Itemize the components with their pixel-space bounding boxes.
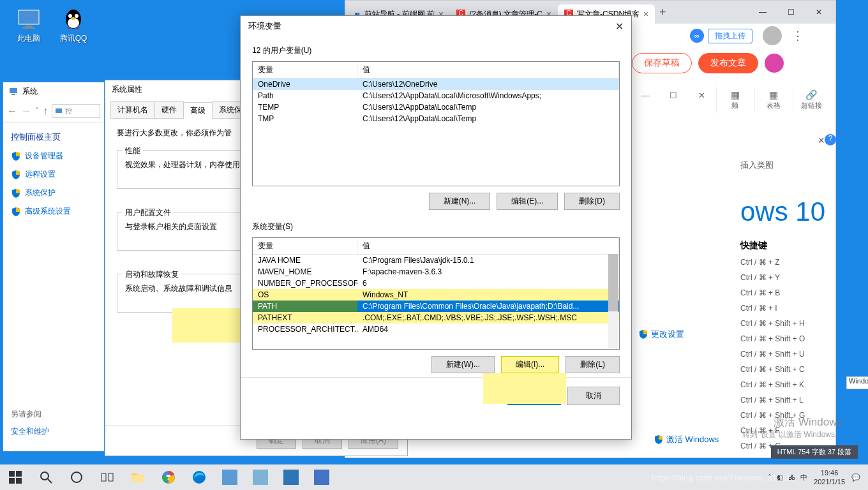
user-delete-button[interactable]: 删除(D)	[564, 193, 620, 210]
shortcut-item: Ctrl / ⌘ + Shift + O	[740, 334, 855, 343]
address-bar[interactable]: 控	[52, 104, 100, 118]
sub-maximize-icon[interactable]: ☐	[660, 87, 687, 105]
help-icon[interactable]: ?	[825, 134, 836, 145]
publish-button[interactable]: 发布文章	[698, 53, 758, 73]
table-row[interactable]: NUMBER_OF_PROCESSORS6	[253, 278, 619, 289]
sys-new-button[interactable]: 新建(W)...	[431, 356, 495, 373]
sub-minimize-icon[interactable]: —	[632, 87, 659, 105]
tray-ime-icon[interactable]: 中	[800, 473, 807, 482]
chrome-icon[interactable]	[153, 464, 184, 490]
table-row[interactable]: OneDriveC:\Users\12\OneDrive	[253, 78, 619, 90]
history-icon[interactable]: ˅	[35, 107, 39, 115]
svg-rect-18	[101, 473, 106, 481]
security-maintenance-link[interactable]: 安全和维护	[11, 426, 49, 437]
app-icon-2[interactable]	[245, 464, 276, 490]
minimize-icon[interactable]: —	[749, 3, 777, 22]
csdn-avatar-icon[interactable]	[765, 54, 784, 73]
tab-computer-name[interactable]: 计算机名	[110, 101, 155, 118]
svg-rect-1	[25, 26, 33, 27]
cp-link[interactable]: 系统保护	[3, 184, 104, 202]
shortcut-item: Ctrl / ⌘ + Shift + K	[740, 380, 855, 389]
table-row[interactable]: JAVA HOMEC:\Program Files\Java\jdk-15.0.…	[253, 255, 619, 266]
up-icon[interactable]: ↑	[43, 105, 48, 117]
tool-video[interactable]: ▦频	[716, 87, 753, 113]
shortcut-item: Ctrl / ⌘ + Z	[740, 258, 855, 267]
svg-rect-8	[10, 88, 17, 93]
table-row[interactable]: OSWindows_NT	[253, 289, 619, 301]
qq-icon[interactable]	[61, 6, 86, 32]
svg-point-7	[71, 17, 75, 20]
new-tab-button[interactable]: +	[655, 6, 670, 19]
clock[interactable]: 19:46 2021/1/15	[814, 468, 845, 487]
thispc-icon[interactable]	[16, 6, 41, 32]
user-new-button[interactable]: 新建(N)...	[429, 193, 491, 210]
svg-line-16	[48, 479, 52, 483]
sys-edit-button[interactable]: 编辑(I)...	[501, 356, 559, 373]
cortana-icon[interactable]	[61, 464, 92, 490]
svg-rect-12	[16, 471, 22, 477]
close-icon[interactable]: ×	[643, 9, 648, 19]
env-title: 环境变量	[248, 20, 281, 32]
change-settings-link[interactable]: 更改设置	[638, 329, 684, 340]
window-peek[interactable]: Window	[846, 376, 868, 389]
app-icon-3[interactable]	[276, 464, 306, 490]
svg-point-5	[68, 14, 72, 18]
qq-label: 腾讯QQ	[60, 34, 87, 43]
scrollbar[interactable]	[608, 254, 618, 348]
table-row[interactable]: PROCESSOR_ARCHITECT...AMD64	[253, 323, 619, 335]
back-icon[interactable]: ←	[7, 105, 17, 117]
app-icon-4[interactable]	[306, 464, 337, 490]
windows10-text: ows 10	[740, 197, 855, 227]
notifications-icon[interactable]: 💬	[851, 473, 860, 482]
insert-diagram-label: 插入类图	[740, 160, 855, 171]
forward-icon: →	[21, 105, 31, 117]
sub-close-icon[interactable]: ✕	[688, 87, 715, 105]
table-row[interactable]: TEMPC:\Users\12\AppData\Local\Temp	[253, 101, 619, 113]
explorer-icon[interactable]	[123, 464, 153, 490]
close-icon[interactable]: ✕	[805, 3, 833, 22]
editor-status-bar: HTML 754 字数 37 段落	[771, 445, 858, 459]
tab-hardware[interactable]: 硬件	[154, 101, 184, 118]
close-icon[interactable]: ✕	[615, 20, 624, 33]
svg-rect-10	[56, 108, 62, 113]
svg-rect-19	[108, 473, 113, 481]
baidu-upload-button[interactable]: 拖拽上传	[708, 29, 752, 43]
control-panel-home[interactable]: 控制面板主页	[3, 122, 104, 147]
table-row[interactable]: MAVEN_HOMEF:\apache-maven-3.6.3	[253, 266, 619, 278]
activation-watermark: 激活 Windows 转到"设置"以激活 Windows。	[742, 415, 842, 440]
shortcut-item: Ctrl / ⌘ + Shift + H	[740, 319, 855, 328]
start-button[interactable]	[0, 464, 31, 490]
svg-rect-13	[9, 478, 15, 484]
baidu-cloud-icon[interactable]: ∞	[690, 29, 704, 43]
taskview-icon[interactable]	[92, 464, 123, 490]
save-draft-button[interactable]: 保存草稿	[632, 53, 692, 73]
sys-delete-button[interactable]: 删除(L)	[565, 356, 620, 373]
activate-windows-link[interactable]: 激活 Windows	[654, 434, 719, 445]
env-cancel-button[interactable]: 取消	[567, 387, 620, 405]
cp-link[interactable]: 设备管理器	[3, 147, 104, 165]
svg-rect-20	[131, 475, 144, 482]
panel-close-icon[interactable]: ×	[818, 134, 825, 147]
tool-link[interactable]: 🔗超链接	[793, 87, 830, 113]
shortcuts-heading: 快捷键	[740, 240, 855, 251]
table-row[interactable]: TMPC:\Users\12\AppData\Local\Temp	[253, 113, 619, 124]
user-edit-button[interactable]: 编辑(E)...	[497, 193, 558, 210]
sys-vars-table[interactable]: 变量值 JAVA HOMEC:\Program Files\Java\jdk-1…	[252, 237, 620, 350]
table-row[interactable]: PATHC:\Program Files\Common Files\Oracle…	[253, 301, 619, 312]
user-vars-table[interactable]: 变量值 OneDriveC:\Users\12\OneDrivePathC:\U…	[252, 61, 620, 186]
edge-icon[interactable]	[184, 464, 214, 490]
user-avatar-icon[interactable]	[763, 26, 782, 45]
search-icon[interactable]	[31, 464, 61, 490]
app-icon-1[interactable]	[214, 464, 245, 490]
svg-rect-11	[9, 471, 15, 477]
table-row[interactable]: PATHEXT.COM;.EXE;.BAT;.CMD;.VBS;.VBE;.JS…	[253, 312, 619, 323]
svg-point-17	[71, 472, 82, 482]
cp-link[interactable]: 远程设置	[3, 165, 104, 184]
more-menu-icon[interactable]: ⋮	[792, 29, 804, 43]
cp-link[interactable]: 高级系统设置	[3, 202, 104, 221]
table-row[interactable]: PathC:\Users\12\AppData\Local\Microsoft\…	[253, 90, 619, 101]
tool-table[interactable]: ▦表格	[754, 87, 791, 113]
maximize-icon[interactable]: ☐	[777, 3, 805, 22]
svg-point-15	[41, 472, 49, 480]
tab-advanced[interactable]: 高级	[183, 102, 213, 119]
